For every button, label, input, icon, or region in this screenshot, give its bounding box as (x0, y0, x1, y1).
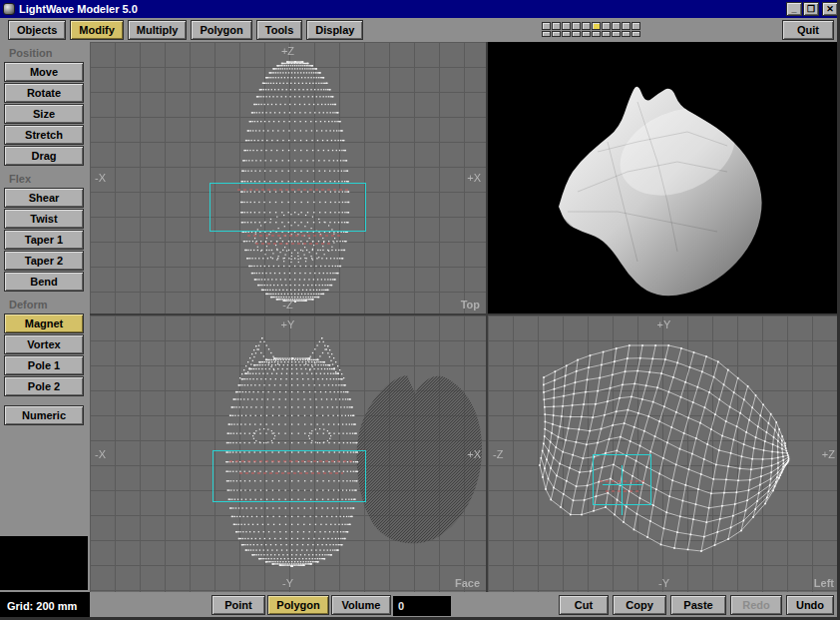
tool-shear[interactable]: Shear (4, 188, 84, 208)
section-label-deform: Deform (9, 299, 90, 310)
left-viewport[interactable]: +Y -Z +Z -Y Left (488, 315, 840, 592)
tool-stretch[interactable]: Stretch (4, 125, 84, 145)
section-label-flex: Flex (9, 173, 90, 185)
axis-label-minus-y: -Y (658, 577, 669, 589)
axis-label-plus-x: +X (467, 172, 481, 184)
layer-fg-button[interactable] (612, 22, 621, 30)
copy-button[interactable]: Copy (613, 595, 666, 615)
tool-taper1[interactable]: Taper 1 (4, 230, 84, 250)
preview-viewport[interactable] (488, 42, 840, 313)
left-viewport-canvas[interactable] (488, 315, 840, 592)
layer-bg-button[interactable] (572, 31, 581, 37)
tool-rotate[interactable]: Rotate (4, 83, 84, 103)
maximize-button[interactable]: ❐ (803, 2, 819, 16)
top-viewport[interactable]: +Z -X +X -Z Top (90, 42, 486, 313)
selection-count-field[interactable]: 0 (393, 596, 451, 616)
face-viewport-canvas[interactable] (90, 315, 486, 592)
app-icon (3, 3, 15, 15)
viewport-area: +Z -X +X -Z Top +Y -X +X -Y Face +Y -Z +… (90, 42, 840, 592)
tool-vortex[interactable]: Vortex (4, 334, 84, 354)
quit-button[interactable]: Quit (782, 20, 834, 40)
mode-volume-button[interactable]: Volume (331, 595, 391, 615)
tool-size[interactable]: Size (4, 104, 84, 124)
axis-label-minus-x: -X (95, 172, 106, 184)
layer-preview-panel (0, 536, 88, 590)
viewport-name-top: Top (461, 299, 480, 310)
window-title: LightWave Modeler 5.0 (19, 3, 786, 15)
layer-bg-button[interactable] (622, 31, 630, 37)
menu-bar: Objects Modify Multiply Polygon Tools Di… (0, 18, 840, 42)
layer-fg-button[interactable] (592, 22, 601, 30)
menu-tools[interactable]: Tools (256, 20, 303, 40)
axis-label-minus-y: -Y (282, 577, 293, 589)
undo-button[interactable]: Undo (786, 595, 834, 615)
viewport-name-left: Left (814, 577, 834, 589)
axis-label-plus-y: +Y (657, 318, 671, 330)
axis-label-plus-z: +Z (281, 45, 294, 57)
menu-objects[interactable]: Objects (8, 20, 66, 40)
layer-selector (542, 22, 640, 37)
layer-fg-button[interactable] (542, 22, 551, 30)
tool-magnet[interactable]: Magnet (4, 313, 84, 333)
tool-sidebar: Position Move Rotate Size Stretch Drag F… (0, 42, 90, 592)
tool-pole1[interactable]: Pole 1 (4, 355, 84, 375)
paste-button[interactable]: Paste (670, 595, 726, 615)
grid-size-indicator: Grid: 200 mm (0, 592, 90, 620)
tool-pole2[interactable]: Pole 2 (4, 376, 84, 396)
tool-drag[interactable]: Drag (4, 146, 84, 166)
numeric-button[interactable]: Numeric (4, 405, 84, 425)
cut-button[interactable]: Cut (559, 595, 609, 615)
axis-label-plus-x: +X (467, 448, 481, 460)
tool-bend[interactable]: Bend (4, 272, 84, 292)
layer-fg-button[interactable] (582, 22, 591, 30)
layer-bg-button[interactable] (542, 31, 551, 37)
layer-bg-button[interactable] (602, 31, 611, 37)
menu-multiply[interactable]: Multiply (128, 20, 188, 40)
layer-fg-button[interactable] (622, 22, 630, 30)
axis-label-plus-z: +Z (822, 448, 835, 460)
layer-fg-button[interactable] (572, 22, 581, 30)
section-label-position: Position (9, 47, 90, 59)
viewport-name-face: Face (455, 577, 480, 589)
window-controls: _ ❐ ✕ (786, 2, 838, 16)
top-viewport-canvas[interactable] (90, 42, 486, 313)
tool-taper2[interactable]: Taper 2 (4, 251, 84, 271)
layer-fg-button[interactable] (602, 22, 611, 30)
preview-viewport-canvas[interactable] (488, 42, 840, 313)
layer-fg-button[interactable] (631, 22, 640, 30)
axis-label-minus-z: -Z (493, 448, 503, 460)
axis-label-plus-y: +Y (281, 318, 295, 330)
layer-bg-button[interactable] (592, 31, 601, 37)
tool-twist[interactable]: Twist (4, 209, 84, 229)
layer-fg-button[interactable] (552, 22, 561, 30)
axis-label-minus-z: -Z (282, 299, 292, 310)
axis-label-minus-x: -X (95, 448, 106, 460)
layer-bg-button[interactable] (552, 31, 561, 37)
menu-polygon[interactable]: Polygon (191, 20, 251, 40)
menu-display[interactable]: Display (306, 20, 363, 40)
layer-bg-button[interactable] (562, 31, 571, 37)
face-viewport[interactable]: +Y -X +X -Y Face (90, 315, 486, 592)
titlebar: LightWave Modeler 5.0 _ ❐ ✕ (0, 0, 840, 18)
menu-modify[interactable]: Modify (70, 20, 123, 40)
tool-move[interactable]: Move (4, 62, 84, 82)
layer-bg-button[interactable] (612, 31, 621, 37)
redo-button[interactable]: Redo (730, 595, 782, 615)
status-bar: Grid: 200 mm Point Polygon Volume 0 Cut … (0, 592, 840, 620)
close-button[interactable]: ✕ (822, 2, 838, 16)
layer-fg-button[interactable] (562, 22, 571, 30)
minimize-button[interactable]: _ (786, 2, 802, 16)
mode-polygon-button[interactable]: Polygon (267, 595, 329, 615)
mode-point-button[interactable]: Point (211, 595, 265, 615)
layer-bg-button[interactable] (631, 31, 640, 37)
layer-bg-button[interactable] (582, 31, 591, 37)
